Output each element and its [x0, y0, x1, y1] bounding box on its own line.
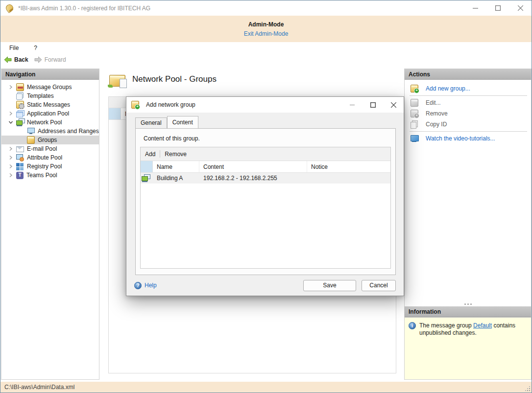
nav-item-label: Static Messages: [27, 101, 70, 108]
nav-item-groups[interactable]: Groups: [1, 136, 99, 144]
video-tutorials-icon: [411, 135, 418, 142]
nav-item-attribute-pool[interactable]: Attribute Pool: [1, 153, 99, 162]
maximize-button[interactable]: [486, 0, 509, 16]
info-text-before: The message group: [419, 322, 473, 329]
chevron-right-icon: [5, 146, 16, 151]
remove-button[interactable]: Remove: [165, 151, 187, 158]
nav-item-label: Groups: [38, 137, 57, 143]
dialog-close-button[interactable]: [383, 97, 404, 113]
notice-column-header[interactable]: Notice: [307, 161, 390, 172]
action-add-new-group[interactable]: Add new group...: [405, 83, 531, 94]
selection-column-header: [109, 108, 121, 119]
right-panel-spacer: [405, 144, 531, 302]
content-description: Content of this group.: [136, 129, 395, 142]
selection-column-header: [141, 161, 153, 172]
information-body: i The message group Default contains unp…: [405, 317, 531, 379]
maximize-icon: [495, 5, 501, 11]
dialog-title-bar: Add network group: [126, 97, 404, 113]
nav-item-registry-pool[interactable]: Registry Pool: [1, 162, 99, 171]
name-column-header[interactable]: Name: [153, 161, 199, 172]
nav-toolbar: Back Forward: [0, 53, 532, 66]
nav-item-network-pool[interactable]: Network Pool: [1, 118, 99, 127]
cancel-button[interactable]: Cancel: [362, 280, 396, 291]
teams-pool-icon: [16, 172, 24, 179]
splitter-dot: [467, 303, 469, 305]
action-remove: Remove: [405, 108, 531, 119]
nav-item-addresses-and-ranges[interactable]: Addresses and Ranges: [1, 127, 99, 136]
add-button[interactable]: Add: [145, 151, 155, 158]
dialog-tabs: General Content: [135, 117, 404, 128]
application-pool-icon: [16, 110, 24, 117]
action-watch-video-tutorials[interactable]: Watch the video-tutorials...: [405, 133, 531, 144]
add-network-group-dialog: Add network group General Content: [126, 96, 404, 296]
admin-mode-banner: Admin-Mode Exit Admin-Mode: [0, 16, 532, 42]
add-group-icon: [411, 85, 418, 92]
minimize-button[interactable]: [464, 0, 486, 16]
dialog-minimize-button[interactable]: [342, 97, 363, 113]
nav-item-label: Teams Pool: [26, 172, 57, 179]
nav-item-application-pool[interactable]: Application Pool: [1, 109, 99, 118]
navigation-panel: Navigation Message Groups Templates Stat…: [1, 69, 99, 380]
back-label: Back: [14, 56, 28, 63]
page-header: Network Pool - Groups: [109, 72, 217, 87]
message-groups-icon: [16, 83, 24, 91]
action-label: Add new group...: [426, 85, 470, 92]
default-group-link[interactable]: Default: [473, 322, 492, 329]
action-label: Copy ID: [426, 121, 447, 128]
nav-item-email-pool[interactable]: E-mail Pool: [1, 144, 99, 153]
information-header: Information: [405, 306, 531, 317]
navigation-tree: Message Groups Templates Static Messages…: [1, 80, 99, 180]
chevron-right-icon: [5, 85, 16, 90]
status-bar: C:\IBI-aws\Admin\Data.xml: [0, 382, 532, 393]
content-list-toolbar: Add Remove: [141, 147, 390, 161]
menu-file[interactable]: File: [8, 44, 20, 52]
email-pool-icon: [16, 145, 24, 153]
dialog-maximize-button[interactable]: [363, 97, 383, 113]
tab-general[interactable]: General: [135, 117, 167, 128]
app-window: *IBI-aws Admin 1.30.0 - registered for I…: [0, 0, 532, 393]
action-label: Watch the video-tutorials...: [426, 135, 495, 142]
admin-mode-title: Admin-Mode: [248, 21, 284, 28]
splitter-dot: [464, 303, 466, 305]
nav-item-label: Network Pool: [27, 119, 62, 126]
nav-item-teams-pool[interactable]: Teams Pool: [1, 171, 99, 180]
remove-group-icon: [411, 110, 418, 117]
back-button[interactable]: Back: [4, 56, 28, 63]
save-button[interactable]: Save: [303, 280, 356, 291]
forward-icon: [34, 56, 42, 63]
row-content-cell: 192.168.2.2 - 192.168.2.255: [199, 175, 307, 182]
copy-id-icon: [411, 120, 418, 128]
row-icon-cell: [141, 174, 153, 182]
edit-group-icon: [411, 99, 418, 107]
dialog-controls: [342, 97, 404, 113]
navigation-header: Navigation: [1, 69, 99, 80]
menu-bar: File ?: [0, 42, 532, 53]
nav-item-label: Application Pool: [27, 110, 69, 117]
nav-item-label: Message Groups: [27, 84, 72, 91]
content-column-header[interactable]: Content: [199, 161, 307, 172]
actions-separator: [410, 131, 527, 132]
information-splitter[interactable]: [405, 302, 531, 306]
info-icon: i: [409, 322, 416, 329]
nav-item-templates[interactable]: Templates: [1, 92, 99, 100]
menu-help[interactable]: ?: [33, 44, 38, 52]
groups-icon: [27, 136, 35, 144]
nav-item-label: E-mail Pool: [27, 145, 57, 152]
help-label: Help: [145, 282, 157, 289]
window-controls: [464, 0, 532, 16]
window-title: *IBI-aws Admin 1.30.0 - registered for I…: [18, 5, 150, 12]
table-row[interactable]: Building A 192.168.2.2 - 192.168.2.255: [141, 173, 390, 184]
chevron-right-icon: [5, 164, 16, 169]
actions-header: Actions: [405, 69, 531, 80]
status-path: C:\IBI-aws\Admin\Data.xml: [4, 384, 74, 391]
actions-separator: [410, 95, 527, 96]
close-button[interactable]: [509, 0, 532, 16]
nav-item-static-messages[interactable]: Static Messages: [1, 100, 99, 109]
exit-admin-mode-link[interactable]: Exit Admin-Mode: [244, 30, 289, 37]
network-pool-icon: [16, 118, 24, 126]
tab-content[interactable]: Content: [167, 116, 198, 128]
nav-item-message-groups[interactable]: Message Groups: [1, 83, 99, 92]
help-link[interactable]: ? Help: [134, 282, 157, 289]
right-panel: Actions Add new group... Edit... Remove: [404, 69, 532, 380]
resize-grip[interactable]: [525, 386, 530, 391]
